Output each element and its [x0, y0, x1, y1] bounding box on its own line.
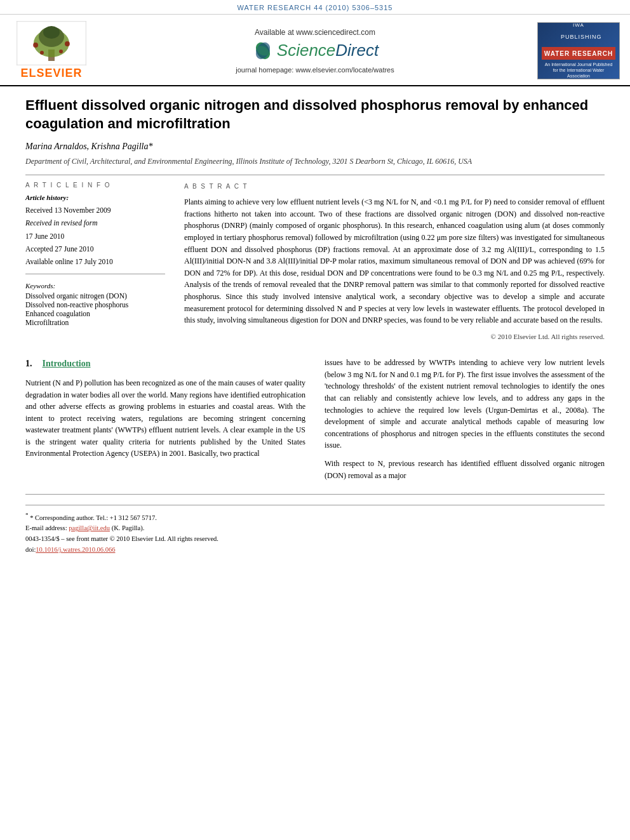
corresponding-note: * * Corresponding author. Tel.: +1 312 5… [25, 510, 605, 523]
available-online: Available online 17 July 2010 [25, 257, 165, 267]
wr-title-box: WATER RESEARCH [542, 47, 615, 60]
header-logos: ELSEVIER Available at www.sciencedirect.… [0, 15, 630, 86]
keyword-3: Enhanced coagulation [25, 310, 165, 317]
svg-point-5 [33, 43, 38, 48]
intro-number: 1. [25, 357, 32, 371]
journal-citation: WATER RESEARCH 44 (2010) 5306–5315 [238, 4, 393, 11]
doi-link[interactable]: 10.1016/j.watres.2010.06.066 [36, 546, 115, 553]
intro-left: 1. Introduction Nutrient (N and P) pollu… [25, 357, 305, 481]
available-text: Available at www.sciencedirect.com [93, 28, 537, 37]
footer-area: * * Corresponding author. Tel.: +1 312 5… [25, 505, 605, 556]
issn-note: 0043-1354/$ – see front matter © 2010 El… [25, 534, 605, 545]
footnote-marker-star: * [25, 512, 29, 518]
sciencedirect-logo: ScienceDirect [93, 39, 537, 62]
sciencedirect-text: ScienceDirect [277, 41, 379, 60]
intro-heading: 1. Introduction [25, 357, 305, 371]
svg-point-4 [43, 26, 60, 39]
footer-divider [25, 494, 605, 495]
corresponding-text: * Corresponding author. Tel.: +1 312 567… [30, 514, 157, 521]
intro-paragraph-right-2: With respect to N, previous research has… [325, 458, 605, 481]
divider-keywords [25, 274, 165, 274]
intro-paragraph-left: Nutrient (N and P) pollution has been re… [25, 377, 305, 460]
svg-point-6 [65, 41, 70, 46]
keywords-label: Keywords: [25, 282, 165, 290]
abstract-text: Plants aiming to achieve very low efflue… [184, 196, 605, 326]
wr-subtitle: An International Journal Published for t… [542, 62, 615, 79]
elsevier-logo: ELSEVIER [10, 21, 93, 80]
affiliation: Department of Civil, Architectural, and … [25, 156, 605, 167]
svg-point-7 [40, 51, 44, 55]
divider-1 [25, 175, 605, 175]
keyword-1: Dissolved organic nitrogen (DON) [25, 292, 165, 300]
article-info-abstract: A R T I C L E I N F O Article history: R… [25, 182, 605, 342]
wr-title: WATER RESEARCH [544, 50, 613, 57]
email-link[interactable]: pagilla@iit.edu [69, 524, 110, 531]
svg-point-8 [59, 50, 63, 53]
main-content: Effluent dissolved organic nitrogen and … [0, 86, 630, 568]
doi-label: doi: [25, 546, 36, 553]
right-column: A B S T R A C T Plants aiming to achieve… [184, 182, 605, 342]
email-label: E-mail address: [25, 524, 67, 531]
abstract-header: A B S T R A C T [184, 182, 605, 191]
elsevier-tree-icon [17, 21, 86, 65]
wr-abbrev: IWA PUBLISHING [553, 22, 604, 45]
article-info-header: A R T I C L E I N F O [25, 182, 165, 189]
journal-bar: WATER RESEARCH 44 (2010) 5306–5315 [0, 0, 630, 15]
article-history-label: Article history: [25, 194, 165, 201]
issn-text: 0043-1354/$ – see front matter © 2010 El… [25, 535, 218, 542]
svg-text:PUBLISHING: PUBLISHING [561, 34, 602, 40]
intro-paragraph-right: issues have to be addressed by WWTPs int… [325, 357, 605, 451]
email-name: (K. Pagilla). [112, 524, 145, 531]
journal-homepage: journal homepage: www.elsevier.com/locat… [93, 66, 537, 74]
received-2: Received in revised form [25, 218, 165, 229]
keyword-4: Microfiltration [25, 319, 165, 326]
doi-note: doi:10.1016/j.watres.2010.06.066 [25, 545, 605, 556]
left-column: A R T I C L E I N F O Article history: R… [25, 182, 165, 342]
elsevier-wordmark: ELSEVIER [20, 67, 82, 80]
accepted-date: Accepted 27 June 2010 [25, 244, 165, 255]
author-names: Marina Arnaldos, Krishna Pagilla* [25, 142, 152, 151]
keywords-section: Keywords: Dissolved organic nitrogen (DO… [25, 282, 165, 326]
received-1: Received 13 November 2009 [25, 205, 165, 216]
received-2-date: 17 June 2010 [25, 231, 165, 242]
email-note: E-mail address: pagilla@iit.edu (K. Pagi… [25, 523, 605, 534]
article-title: Effluent dissolved organic nitrogen and … [25, 97, 605, 133]
introduction-section: 1. Introduction Nutrient (N and P) pollu… [25, 357, 605, 481]
keyword-2: Dissolved non-reactive phosphorus [25, 301, 165, 309]
authors: Marina Arnaldos, Krishna Pagilla* [25, 142, 605, 152]
copyright: © 2010 Elsevier Ltd. All rights reserved… [184, 331, 605, 342]
iwa-logo-icon: PUBLISHING [553, 30, 604, 43]
sd-leaf-icon [251, 39, 274, 62]
intro-title: Introduction [43, 357, 91, 371]
intro-right: issues have to be addressed by WWTPs int… [325, 357, 605, 481]
center-header: Available at www.sciencedirect.com Scien… [93, 28, 537, 74]
water-research-logo: IWA PUBLISHING WATER RESEARCH An Interna… [537, 22, 620, 79]
